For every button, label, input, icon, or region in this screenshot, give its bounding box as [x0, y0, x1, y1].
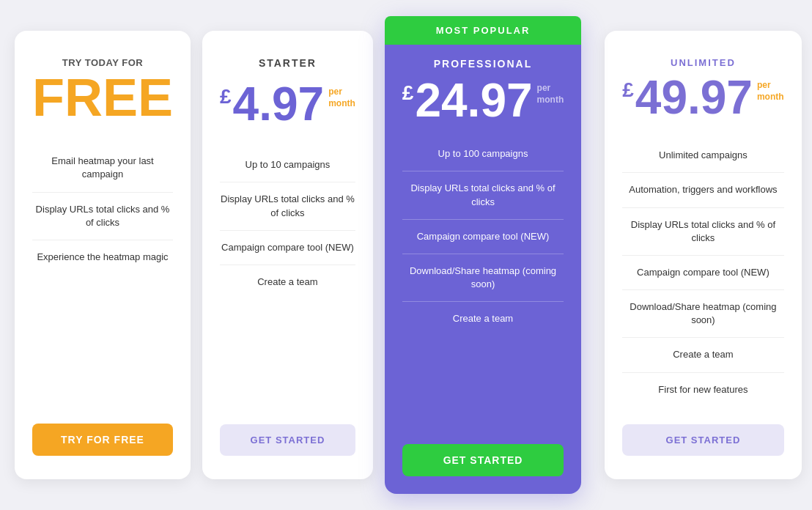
starter-cta-area: GET STARTED [220, 424, 355, 456]
unlimited-feature-2: Automation, triggers and workflows [622, 173, 783, 207]
unlimited-feature-7: First for new features [622, 373, 783, 407]
unlimited-feature-6: Create a team [622, 338, 783, 372]
starter-feature-3: Campaign compare tool (NEW) [220, 231, 355, 265]
unlimited-price-row: £ 49.97 permonth [622, 74, 783, 121]
starter-features: Up to 10 campaigns Display URLs total cl… [220, 148, 355, 407]
free-feature-1: Email heatmap your last campaign [32, 144, 173, 192]
unlimited-cta-button[interactable]: GET STARTED [622, 424, 783, 456]
professional-feature-3: Campaign compare tool (NEW) [402, 220, 564, 254]
free-price: FREE [32, 71, 173, 124]
professional-feature-4: Download/Share heatmap (coming soon) [402, 254, 564, 302]
unlimited-feature-5: Download/Share heatmap (coming soon) [622, 290, 783, 338]
unlimited-card: UNLIMITED £ 49.97 permonth Unlimited cam… [605, 31, 801, 479]
unlimited-feature-1: Unlimited campaigns [622, 138, 783, 173]
unlimited-features: Unlimited campaigns Automation, triggers… [622, 138, 783, 407]
unlimited-amount: 49.97 [635, 74, 753, 121]
free-feature-3: Experience the heatmap magic [32, 240, 173, 274]
professional-card: MOST POPULAR PROFESSIONAL £ 24.97 permon… [385, 16, 581, 494]
starter-per: permonth [328, 86, 355, 109]
free-cta-area: TRY FOR FREE [32, 403, 173, 456]
starter-price-row: £ 4.97 permonth [220, 81, 355, 128]
most-popular-badge: MOST POPULAR [385, 16, 581, 45]
starter-feature-1: Up to 10 campaigns [220, 148, 355, 182]
starter-cta-button[interactable]: GET STARTED [220, 424, 355, 456]
professional-feature-2: Display URLs total clicks and % of click… [402, 171, 564, 219]
professional-features: Up to 100 campaigns Display URLs total c… [385, 137, 581, 429]
professional-cta-button[interactable]: GET STARTED [402, 444, 564, 476]
free-cta-button[interactable]: TRY FOR FREE [32, 424, 173, 456]
unlimited-title: UNLIMITED [671, 57, 736, 68]
starter-feature-2: Display URLs total clicks and % of click… [220, 182, 355, 230]
starter-amount: 4.97 [233, 81, 325, 128]
professional-feature-1: Up to 100 campaigns [402, 137, 564, 171]
starter-card: STARTER £ 4.97 permonth Up to 10 campaig… [202, 31, 373, 479]
free-card: TRY TODAY FOR FREE Email heatmap your la… [15, 31, 191, 479]
unlimited-currency: £ [622, 78, 634, 102]
professional-title: PROFESSIONAL [434, 58, 532, 70]
professional-amount: 24.97 [415, 77, 532, 124]
professional-currency: £ [402, 81, 414, 105]
free-features: Email heatmap your last campaign Display… [32, 144, 173, 403]
pricing-container: TRY TODAY FOR FREE Email heatmap your la… [15, 31, 797, 479]
unlimited-per: permonth [757, 80, 784, 103]
unlimited-feature-3: Display URLs total clicks and % of click… [622, 208, 783, 256]
free-label: TRY TODAY FOR [62, 57, 143, 68]
starter-currency: £ [220, 85, 232, 108]
starter-feature-4: Create a team [220, 265, 355, 299]
professional-per: permonth [537, 83, 564, 106]
unlimited-feature-4: Campaign compare tool (NEW) [622, 256, 783, 290]
professional-price-row: £ 24.97 permonth [385, 77, 581, 124]
unlimited-cta-area: GET STARTED [622, 424, 783, 456]
starter-title: STARTER [259, 57, 317, 69]
professional-feature-5: Create a team [402, 302, 564, 336]
free-feature-2: Display URLs total clicks and % of click… [32, 193, 173, 240]
